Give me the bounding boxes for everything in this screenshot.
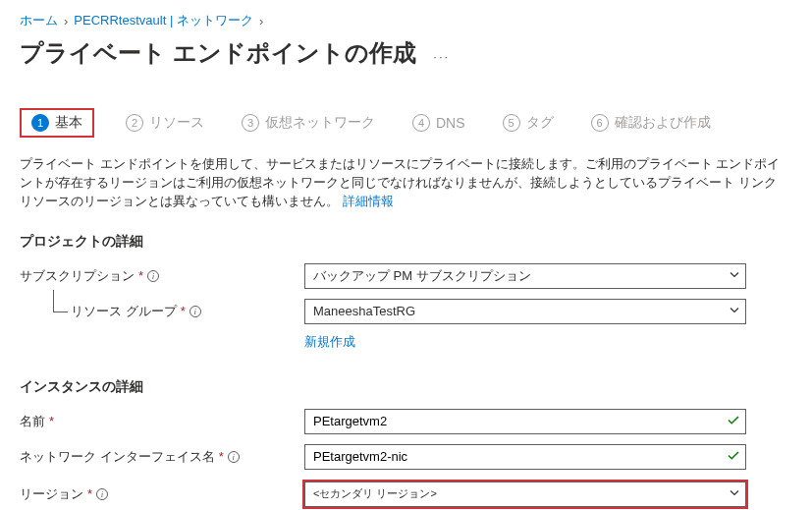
name-input[interactable]	[304, 409, 746, 434]
tab-label: タグ	[526, 114, 554, 132]
required-icon: *	[219, 449, 224, 464]
tab-label: DNS	[436, 115, 465, 131]
tab-resource[interactable]: 2 リソース	[120, 108, 210, 138]
tab-number: 2	[126, 114, 143, 132]
nic-name-label: ネットワーク インターフェイス名	[20, 448, 215, 466]
required-icon: *	[138, 268, 143, 283]
tab-basics[interactable]: 1 基本	[20, 108, 94, 138]
resource-group-label: リソース グループ	[71, 303, 177, 320]
chevron-right-icon: ›	[64, 14, 68, 28]
info-icon[interactable]: i	[228, 451, 240, 463]
info-icon[interactable]: i	[147, 270, 159, 282]
tab-number: 1	[31, 114, 49, 132]
resource-group-select[interactable]: ManeeshaTestRG	[304, 299, 746, 324]
tab-vnet[interactable]: 3 仮想ネットワーク	[236, 108, 381, 138]
tab-label: 仮想ネットワーク	[265, 114, 375, 132]
subscription-label: サブスクリプション	[20, 267, 135, 285]
section-instance-details: インスタンスの詳細	[20, 378, 792, 396]
page-title: プライベート エンドポイントの作成	[20, 37, 416, 69]
breadcrumb-vault[interactable]: PECRRtestvault | ネットワーク	[74, 12, 253, 29]
subscription-select[interactable]: バックアップ PM サブスクリプション	[304, 263, 746, 289]
nic-name-input[interactable]	[304, 444, 746, 470]
tab-label: 基本	[55, 114, 82, 132]
learn-more-link[interactable]: 詳細情報	[343, 194, 394, 208]
required-icon: *	[87, 486, 92, 501]
tab-dns[interactable]: 4 DNS	[406, 108, 471, 138]
tab-label: リソース	[149, 114, 204, 132]
wizard-tabs: 1 基本 2 リソース 3 仮想ネットワーク 4 DNS 5 タグ 6 確認およ…	[20, 108, 792, 138]
chevron-right-icon: ›	[259, 14, 263, 28]
create-new-link[interactable]: 新規作成	[304, 333, 792, 351]
tab-number: 4	[412, 114, 430, 132]
info-icon[interactable]: i	[96, 488, 108, 500]
tab-number: 5	[503, 114, 520, 132]
more-icon[interactable]: ···	[433, 49, 450, 64]
name-label: 名前	[20, 413, 45, 430]
tab-label: 確認および作成	[615, 114, 711, 132]
required-icon: *	[49, 414, 54, 428]
required-icon: *	[181, 304, 186, 318]
description-text: プライベート エンドポイントを使用して、サービスまたはリソースにプライベートに接…	[20, 155, 792, 211]
info-icon[interactable]: i	[189, 306, 201, 317]
tab-number: 6	[591, 114, 609, 132]
breadcrumb-home[interactable]: ホーム	[20, 12, 58, 29]
tab-review[interactable]: 6 確認および作成	[585, 108, 717, 138]
region-select[interactable]: <セカンダリ リージョン>	[304, 482, 746, 507]
breadcrumb: ホーム › PECRRtestvault | ネットワーク ›	[20, 12, 792, 29]
tab-number: 3	[242, 114, 259, 132]
region-label: リージョン	[20, 485, 83, 503]
section-project-details: プロジェクトの詳細	[20, 233, 792, 251]
tab-tags[interactable]: 5 タグ	[497, 108, 560, 138]
